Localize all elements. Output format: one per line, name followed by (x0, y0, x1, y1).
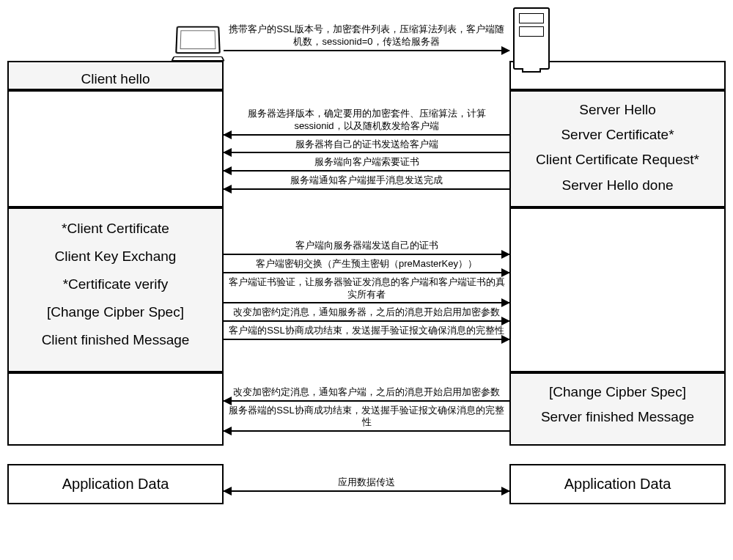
arrow-client-finished: 客户端的SSL协商成功结束，发送握手验证报文确保消息的完整性 (224, 323, 509, 342)
arrow-label: 服务端通知客户端握手消息发送完成 (224, 174, 509, 187)
change-cipher-spec-client-label: [Change Cipber Spec] (15, 298, 216, 326)
laptop-icon (172, 26, 224, 62)
icons-row (7, 7, 726, 62)
server-phase2-box: [Change Cipber Spec] Server finished Mes… (509, 372, 726, 446)
cert-verify-label: *Certificate verify (15, 270, 216, 298)
arrow-label: 服务器选择版本，确定要用的加密套件、压缩算法，计算sessionid，以及随机数… (224, 108, 509, 133)
arrow-label: 客户端的SSL协商成功结束，发送握手验证报文确保消息的完整性 (224, 325, 509, 337)
client-app-data-box: Application Data (7, 464, 224, 504)
client-empty-3 (7, 372, 224, 446)
arrow-label: 服务器将自己的证书发送给客户端 (224, 139, 509, 151)
arrow-app-data: 应用数据传送 (224, 475, 509, 493)
arrow-server-hello: 服务器选择版本，确定要用的加密套件、压缩算法，计算sessionid，以及随机数… (224, 106, 509, 137)
arrow-client-cert: 客户端向服务器端发送自己的证书 (224, 238, 509, 257)
server-empty-2 (509, 207, 726, 372)
client-app-data-label: Application Data (62, 476, 169, 492)
arrow-label: 改变加密约定消息，通知服务器，之后的消息开始启用加密参数 (224, 306, 509, 319)
server-cert-label: Server Certificate* (517, 122, 718, 147)
arrow-label: 应用数据传送 (224, 476, 509, 489)
client-empty-1 (7, 90, 224, 207)
server-phase1-box: Server Hello Server Certificate* Client … (509, 90, 726, 207)
arrow-cert-request: 服务端向客户端索要证书 (224, 155, 509, 173)
server-icon (513, 7, 550, 70)
arrow-label: 改变加密约定消息，通知客户端，之后的消息开始启用加密参数 (224, 386, 509, 399)
ssl-handshake-diagram: 携带客户的SSL版本号，加密套件列表，压缩算法列表，客户端随机数，session… (7, 7, 726, 504)
server-app-data-label: Application Data (564, 476, 671, 492)
arrow-key-exchange: 客户端密钥交换（产生预主密钥（preMasterKey）） (224, 257, 509, 275)
client-hello-label: Client hello (81, 71, 150, 86)
server-app-data-box: Application Data (509, 464, 726, 504)
arrow-server-finished: 服务器端的SSL协商成功结束，发送握手验证报文确保消息的完整性 (224, 403, 509, 434)
client-finished-label: Client finished Message (15, 326, 216, 354)
client-hello-box: Client hello (7, 61, 224, 90)
client-key-exchange-label: Client Key Exchang (15, 243, 216, 270)
arrow-server-done: 服务端通知客户端握手消息发送完成 (224, 173, 509, 191)
server-finished-label: Server finished Message (517, 405, 718, 430)
server-hello-done-label: Server Hello done (517, 173, 718, 198)
arrow-label: 客户端向服务器端发送自己的证书 (224, 240, 509, 252)
client-cert-label: *Client Certificate (15, 215, 216, 243)
client-cert-req-label: Client Certificate Request* (517, 147, 718, 172)
server-hello-label: Server Hello (517, 97, 718, 122)
client-phase2-box: *Client Certificate Client Key Exchang *… (7, 207, 224, 372)
arrow-cert-verify: 客户端证书验证，让服务器验证发消息的客户端和客户端证书的真实所有者 (224, 275, 509, 306)
arrow-change-cipher-client: 改变加密约定消息，通知服务器，之后的消息开始启用加密参数 (224, 305, 509, 323)
change-cipher-spec-server-label: [Change Cipber Spec] (517, 380, 718, 405)
arrow-label: 服务端向客户端索要证书 (224, 156, 509, 169)
arrow-label: 客户端证书验证，让服务器验证发消息的客户端和客户端证书的真实所有者 (224, 276, 509, 301)
arrow-change-cipher-server: 改变加密约定消息，通知客户端，之后的消息开始启用加密参数 (224, 385, 509, 403)
arrow-label: 客户端密钥交换（产生预主密钥（preMasterKey）） (224, 258, 509, 270)
arrow-label: 服务器端的SSL协商成功结束，发送握手验证报文确保消息的完整性 (224, 405, 509, 430)
arrow-server-cert: 服务器将自己的证书发送给客户端 (224, 137, 509, 155)
